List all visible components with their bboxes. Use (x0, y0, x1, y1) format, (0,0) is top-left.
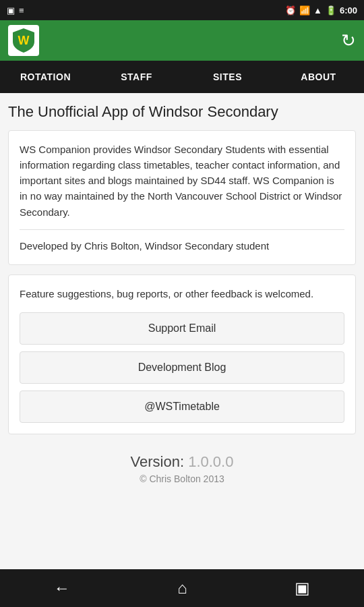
version-section: Version: 1.0.0.0 © Chris Bolton 2013 (8, 444, 356, 491)
status-bar-right: ⏰ 📶 ▲ 🔋 6:00 (285, 5, 357, 16)
status-bar: ▣ ≡ ⏰ 📶 ▲ 🔋 6:00 (0, 0, 364, 20)
version-number: 1.0.0.0 (188, 453, 233, 470)
home-button[interactable]: ⌂ (164, 573, 201, 603)
image-icon: ▣ (7, 5, 15, 16)
signal-icon: ▲ (313, 5, 322, 16)
bottom-bar: ← ⌂ ▣ (0, 569, 364, 607)
developer-credit: Developed by Chris Bolton, Windsor Secon… (20, 229, 344, 254)
svg-text:W: W (18, 34, 30, 47)
battery-icon: 🔋 (326, 5, 336, 16)
main-content: The Unofficial App of Windsor Secondary … (0, 93, 364, 569)
nav-label-sites: SITES (213, 71, 242, 82)
page-title: The Unofficial App of Windsor Secondary (8, 103, 356, 122)
version-label: Version: (131, 453, 185, 470)
bars-icon: ≡ (19, 5, 24, 16)
nav-item-rotation[interactable]: ROTATION (0, 61, 91, 93)
time-display: 6:00 (340, 5, 357, 16)
support-email-button[interactable]: Support Email (20, 312, 344, 345)
nav-bar: ROTATION STAFF SITES ABOUT (0, 61, 364, 93)
app-description: WS Companion provides Windsor Secondary … (20, 142, 344, 220)
copyright: © Chris Bolton 2013 (8, 473, 356, 484)
recents-button[interactable]: ▣ (281, 573, 324, 603)
refresh-button[interactable]: ↻ (341, 30, 356, 51)
nav-label-staff: STAFF (121, 71, 152, 82)
version-display: Version: 1.0.0.0 (8, 453, 356, 471)
nav-label-rotation: ROTATION (20, 71, 71, 82)
app-logo: W (8, 25, 39, 56)
dev-blog-button[interactable]: Development Blog (20, 351, 344, 384)
status-bar-left: ▣ ≡ (7, 5, 24, 16)
info-card: WS Companion provides Windsor Secondary … (8, 130, 356, 266)
nav-item-about[interactable]: ABOUT (273, 61, 364, 93)
back-button[interactable]: ← (40, 573, 84, 603)
nav-label-about: ABOUT (301, 71, 336, 82)
nav-item-staff[interactable]: STAFF (91, 61, 182, 93)
nav-item-sites[interactable]: SITES (182, 61, 273, 93)
alarm-icon: ⏰ (285, 5, 296, 16)
wifi-icon: 📶 (299, 5, 310, 16)
twitter-button[interactable]: @WSTimetable (20, 391, 344, 423)
feedback-section: Feature suggestions, bug reports, or oth… (8, 274, 356, 434)
feedback-text: Feature suggestions, bug reports, or oth… (20, 286, 344, 301)
app-bar: W ↻ (0, 20, 364, 61)
